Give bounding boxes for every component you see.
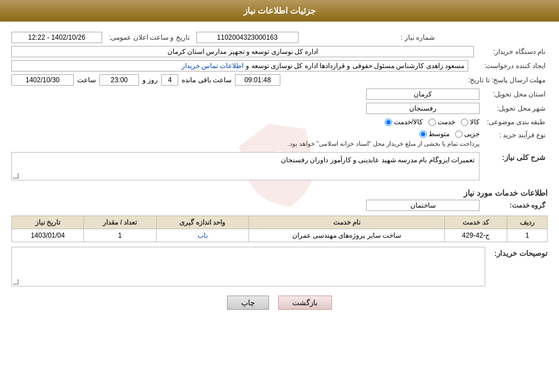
tosifat-resize-handle	[13, 279, 19, 285]
deadline-date: 1402/10/30	[11, 74, 74, 86]
tarikh-value: 1402/10/26 - 12:22	[11, 32, 102, 43]
cell-name: ساخت سایر پروژه‌های مهندسی عمران	[249, 229, 445, 242]
deadline-time: 23:00	[99, 74, 139, 86]
noeparavand-jozi-label: جزیی	[464, 130, 480, 138]
noeparavand-motavasset-radio[interactable]	[419, 130, 427, 138]
cell-vahed: باب	[156, 229, 249, 242]
sharh-value: تعمیرات ایزوگام بام مدرسه شهید عابدینی و…	[281, 156, 474, 164]
ostan-value: کرمان	[366, 88, 480, 100]
resize-handle	[13, 173, 19, 179]
namdastgah-label: نام دستگاه خریدار:	[474, 47, 548, 57]
noeparavand-motavasset-label: متوسط	[428, 130, 449, 138]
shenmare-niyaz-label: شماره نیاز :	[369, 32, 437, 43]
col-name: نام خدمت	[249, 216, 445, 229]
mohlat-label: مهلت ارسال پاسخ: تا تاریخ:	[466, 75, 548, 85]
namdastgah-value: اداره کل نوسازی توسعه و تجهیز مدارس استا…	[11, 46, 474, 57]
tabaqe-kala-khadamat-label: کالا/خدمت	[394, 118, 423, 126]
shenmare-niyaz-value: 1102004323000163	[196, 32, 299, 43]
tabaqe-khadamat-radio[interactable]	[428, 119, 436, 126]
chap-button[interactable]: چاپ	[227, 296, 269, 310]
col-kod: کد خدمت	[445, 216, 507, 229]
contact-info-link[interactable]: اطلاعات تماس خریدار	[182, 62, 244, 70]
page-title: جزئیات اطلاعات نیاز	[0, 0, 559, 22]
roz-value: 4	[161, 74, 178, 86]
tosifat-value[interactable]	[11, 247, 485, 286]
noeparavand-label: نوع فرآیند خرید :	[480, 130, 548, 140]
col-tedad: تعداد / مقدار	[84, 216, 156, 229]
saat-label: ساعت	[77, 76, 96, 84]
col-radif: ردیف	[507, 216, 547, 229]
bazgasht-button[interactable]: بازگشت	[278, 296, 332, 310]
tosifat-label: توصیحات خریدار:	[491, 247, 548, 258]
sharh-label: شرح کلی نیاز:	[480, 152, 548, 163]
tabaqe-kala-label: کالا	[470, 118, 480, 126]
col-vahed: واحد اندازه گیری	[156, 216, 249, 229]
noeparavand-jozi-radio[interactable]	[455, 130, 463, 138]
tabaqe-label: طبقه بندی موضوعی:	[480, 117, 548, 127]
remaining-value: 09:01:48	[235, 74, 280, 86]
ostan-label: استان محل تحویل:	[480, 89, 548, 99]
tabaqe-kala-khadamat-radio[interactable]	[385, 119, 392, 126]
tabaqe-kala-radio[interactable]	[461, 119, 468, 126]
noeparavand-notice: پرداخت تمام یا بخشی از مبلغ خریداز محل "…	[287, 140, 480, 147]
tarikh-label: تاریخ و ساعت اعلان عمومی:	[107, 32, 192, 43]
tabaqe-khadamat-label: خدمت	[438, 118, 455, 126]
ijadkonande-value: مسعود زاهدی کارشناس مسئول حقوقی و قراردا…	[246, 62, 464, 70]
cell-tarikh: 1403/01/04	[12, 229, 84, 242]
button-row: بازگشت چاپ	[11, 296, 548, 310]
khadamat-section-title: اطلاعات خدمات مورد نیاز	[11, 185, 548, 200]
remaining-label: ساعت باقی مانده	[182, 76, 232, 84]
shahr-label: شهر محل تحویل:	[480, 103, 548, 113]
grooh-khadamat-label: گروه خدمت:	[480, 200, 548, 210]
roz-label: روز و	[142, 76, 158, 84]
col-tarikh: تاریخ نیاز	[12, 216, 84, 229]
cell-tedad: 1	[84, 229, 156, 242]
cell-radif: 1	[507, 229, 547, 242]
table-row: 1 ج-42-429 ساخت سایر پروژه‌های مهندسی عم…	[12, 229, 548, 242]
ijadkonande-label: ایجاد کننده درخواست:	[468, 61, 548, 71]
cell-kod: ج-42-429	[445, 229, 507, 242]
grooh-khadamat-value: ساختمان	[366, 200, 480, 211]
services-table: ردیف کد خدمت نام خدمت واحد اندازه گیری ت…	[11, 216, 548, 242]
shahr-value: رفسنجان	[366, 103, 480, 114]
